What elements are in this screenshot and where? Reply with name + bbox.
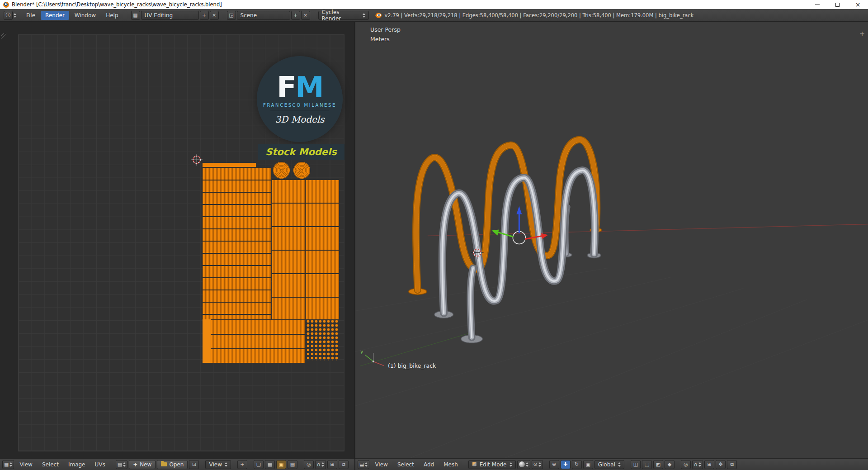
translate-icon: ✚ — [563, 461, 567, 467]
opengl-render-button[interactable]: ✥ — [716, 460, 726, 469]
pin-image-button[interactable]: ⊡ — [189, 460, 199, 469]
stats-text: v2.79 | Verts:29,218/29,218 | Edges:58,4… — [385, 12, 694, 19]
vp-menu-view[interactable]: View — [371, 461, 392, 469]
vp-editor-type-arrows — [365, 462, 368, 467]
uv-display-dash-button[interactable]: ▦ — [265, 460, 275, 469]
render-engine-dropdown[interactable]: Cycles Render — [318, 11, 369, 20]
uv-display-black-button[interactable]: ▣ — [276, 460, 286, 469]
uv-render-ui-button[interactable]: ⧉ — [339, 460, 349, 469]
manipulator-translate-button[interactable]: ✚ — [561, 460, 571, 469]
menu-help[interactable]: Help — [101, 11, 123, 20]
uv-island-circle[interactable] — [293, 162, 310, 179]
opengl-anim-button[interactable]: ⧉ — [727, 460, 737, 469]
menu-file[interactable]: File — [22, 11, 40, 20]
maximize-button[interactable] — [827, 0, 848, 9]
open-image-button[interactable]: Open — [157, 460, 188, 469]
edit-mode-icon — [472, 462, 477, 467]
bike-rack-gray[interactable] — [434, 171, 601, 343]
uv-island-block-bottom[interactable] — [203, 319, 305, 363]
uv-pivot-button[interactable]: ⊞ — [327, 460, 337, 469]
menu-window[interactable]: Window — [70, 11, 100, 20]
snap-element-button[interactable]: ⊞ — [704, 460, 714, 469]
watermark-divider — [270, 111, 329, 111]
vp-proportional-edit-button[interactable]: ◎ — [681, 460, 691, 469]
orientation-value: Global — [598, 461, 615, 468]
editor-type-dropdown-arrows[interactable] — [14, 13, 16, 18]
uv-display-white-button[interactable]: ▤ — [288, 460, 297, 469]
square-filled-icon: ▣ — [279, 461, 283, 467]
mode-arrows — [509, 462, 512, 467]
editor-type-info-button[interactable]: ⓘ — [4, 11, 13, 20]
uv-editor-pane: FM FRANCESCO MILANESE 3D Models Stock Mo… — [0, 22, 354, 470]
delete-layout-button[interactable]: × — [210, 11, 219, 20]
manipulator-rotate-button[interactable]: ↻ — [572, 460, 582, 469]
uv-island-block-right[interactable] — [272, 179, 339, 319]
uv-display-outline-button[interactable]: ▢ — [254, 460, 264, 469]
uv-editor-canvas[interactable]: FM FRANCESCO MILANESE 3D Models Stock Mo… — [0, 22, 354, 458]
scene-dropdown[interactable]: Scene — [237, 11, 290, 20]
vp-proportional-icon: ◎ — [684, 461, 688, 467]
uv-menu-uvs[interactable]: UVs — [91, 461, 109, 469]
proportional-edit-button[interactable]: ◎ — [304, 460, 314, 469]
open-image-label: Open — [169, 461, 184, 468]
pin-icon: ⊡ — [192, 461, 196, 467]
scene-icon-button[interactable]: ◲ — [227, 11, 236, 20]
delete-scene-button[interactable]: × — [301, 11, 310, 20]
region-toggle-plus-icon[interactable]: + — [859, 30, 865, 37]
uv-view-value: View — [209, 461, 222, 468]
plus-icon: + — [133, 461, 137, 468]
uv-menu-select[interactable]: Select — [38, 461, 63, 469]
screen-layout-dropdown[interactable]: UV Editing — [141, 11, 199, 20]
add-layout-button[interactable]: + — [200, 11, 209, 20]
square-outline-icon: ▢ — [256, 461, 261, 467]
uv-island-dots[interactable] — [306, 319, 338, 361]
square-striped-icon: ▤ — [290, 461, 295, 467]
vp-snap-button[interactable]: ∩ — [692, 460, 703, 469]
viewport-3d-canvas[interactable]: User Persp Meters (1) big_bike_rack y + — [355, 22, 868, 458]
uv-view-dropdown[interactable]: View — [205, 460, 231, 469]
pivot-icon: ⊞ — [330, 461, 334, 467]
x-axis-line — [428, 224, 868, 236]
blender-logo-icon — [374, 12, 382, 19]
vp-menu-add[interactable]: Add — [420, 461, 438, 469]
menu-render[interactable]: Render — [41, 11, 69, 20]
viewport-persp-label: User Persp — [370, 26, 401, 33]
viewport-3d-pane: User Persp Meters (1) big_bike_rack y + … — [354, 22, 868, 470]
orientation-dropdown[interactable]: Global — [594, 460, 624, 469]
uv-2d-cursor — [191, 154, 203, 166]
region-corner-handle[interactable] — [1, 33, 6, 39]
viewport-3d-scene — [355, 22, 868, 458]
vertex-select-button[interactable]: ⬚ — [642, 460, 652, 469]
new-image-label: New — [140, 461, 151, 468]
render-preview-button[interactable]: ◆ — [665, 460, 675, 469]
manipulator-scale-button[interactable]: ▣ — [583, 460, 593, 469]
scale-icon: ▣ — [586, 461, 590, 467]
minimize-button[interactable] — [807, 0, 827, 9]
orientation-arrows — [618, 462, 621, 467]
uv-island-circle[interactable] — [273, 162, 290, 179]
vp-menu-mesh[interactable]: Mesh — [439, 461, 462, 469]
new-image-button[interactable]: + New — [129, 460, 156, 469]
watermark-name: FRANCESCO MILANESE — [263, 103, 336, 108]
vp-editor-type-button[interactable]: ⬓ — [358, 460, 369, 469]
manipulator-toggle-button[interactable]: ⊕ — [549, 460, 559, 469]
add-scene-button[interactable]: + — [291, 11, 300, 20]
image-browse-button[interactable]: ▤ — [116, 460, 127, 469]
viewport-shading-button[interactable] — [517, 460, 530, 469]
screen-layout-icon-button[interactable]: ▦ — [131, 11, 140, 20]
mode-dropdown[interactable]: Edit Mode — [468, 460, 516, 469]
uv-editor-type-button[interactable]: ▦ — [2, 460, 14, 469]
uv-snap-button[interactable]: ∩ — [315, 460, 326, 469]
pivot-point-button[interactable]: ⊙ — [532, 460, 543, 469]
viewport-units-label: Meters — [370, 36, 390, 43]
occlude-geometry-button[interactable]: ◫ — [631, 460, 641, 469]
vp-menu-select[interactable]: Select — [393, 461, 418, 469]
uv-island-strip[interactable] — [203, 163, 256, 167]
engine-dropdown-arrows — [363, 13, 365, 18]
shading-sphere-icon — [519, 461, 525, 467]
uv-cursor-snap-button[interactable]: + — [237, 460, 247, 469]
uv-menu-view[interactable]: View — [15, 461, 36, 469]
uv-menu-image[interactable]: Image — [64, 461, 90, 469]
close-button[interactable]: × — [848, 0, 868, 9]
edge-select-button[interactable]: ◩ — [653, 460, 663, 469]
